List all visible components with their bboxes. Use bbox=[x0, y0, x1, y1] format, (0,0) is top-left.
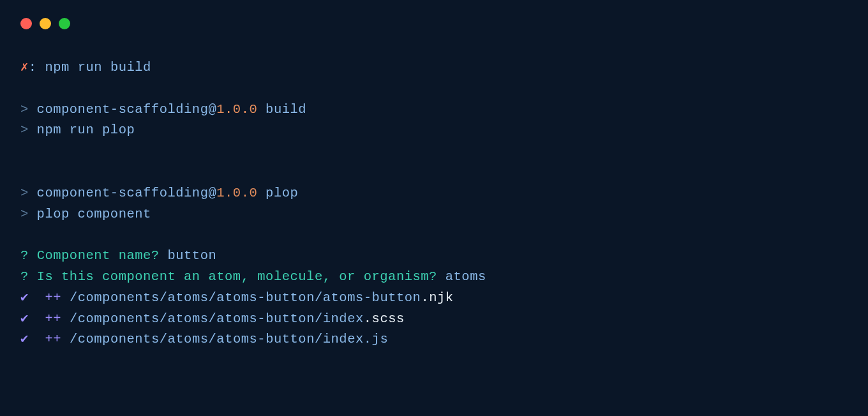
file-name: index bbox=[323, 332, 364, 346]
sep: / bbox=[209, 311, 217, 326]
plus: ++ bbox=[45, 290, 61, 305]
prompt-answer: button bbox=[167, 248, 216, 263]
plus: ++ bbox=[45, 332, 61, 346]
prompt-symbol: ✗ bbox=[20, 60, 29, 75]
path-pre: /components/ bbox=[70, 290, 168, 305]
prompt-answer: atoms bbox=[445, 269, 486, 284]
file-ext: njk bbox=[429, 290, 453, 305]
pkg-name: component-scaffolding bbox=[37, 186, 209, 200]
path-pre: /components/ bbox=[70, 332, 168, 346]
window-controls bbox=[20, 18, 848, 29]
cmd: npm run plop bbox=[37, 123, 135, 137]
file-name: atoms-button bbox=[323, 290, 421, 305]
prompt-mark: ? bbox=[20, 269, 29, 284]
at: @ bbox=[208, 186, 216, 200]
at: @ bbox=[208, 102, 216, 117]
sep: / bbox=[315, 332, 323, 346]
prompt-mark: ? bbox=[20, 248, 29, 263]
gt: > bbox=[20, 123, 37, 137]
check-icon: ✔ bbox=[20, 290, 29, 305]
cmd: plop component bbox=[37, 207, 151, 221]
plus: ++ bbox=[45, 311, 61, 326]
sep: / bbox=[209, 332, 217, 346]
version: 1.0.0 bbox=[216, 102, 257, 117]
file-ext: js bbox=[372, 332, 389, 346]
path-type: atoms bbox=[168, 332, 209, 346]
path-type: atoms bbox=[168, 290, 209, 305]
file-name: index bbox=[323, 311, 364, 326]
gt: > bbox=[20, 102, 37, 117]
version: 1.0.0 bbox=[216, 186, 257, 200]
script-name: plop bbox=[257, 186, 298, 200]
minimize-icon[interactable] bbox=[40, 18, 51, 29]
gt: > bbox=[20, 186, 37, 200]
check-icon: ✔ bbox=[20, 311, 29, 326]
path-pre: /components/ bbox=[70, 311, 168, 326]
dot: . bbox=[364, 311, 372, 326]
path-type: atoms bbox=[168, 311, 209, 326]
path-dir: atoms-button bbox=[216, 311, 315, 326]
prompt-question: Is this component an atom, molecule, or … bbox=[37, 269, 437, 284]
close-icon[interactable] bbox=[20, 18, 32, 29]
dot: . bbox=[421, 290, 429, 305]
prompt-question: Component name? bbox=[37, 248, 160, 263]
terminal-output: ✗: npm run build > component-scaffolding… bbox=[20, 57, 848, 350]
check-icon: ✔ bbox=[20, 332, 29, 346]
prompt-command: npm run build bbox=[45, 60, 151, 75]
dot: . bbox=[364, 332, 372, 346]
sep: / bbox=[315, 290, 323, 305]
prompt-sep: : bbox=[29, 60, 37, 75]
gt: > bbox=[20, 207, 37, 221]
sep: / bbox=[315, 311, 323, 326]
file-ext: scss bbox=[372, 311, 405, 326]
path-dir: atoms-button bbox=[216, 290, 315, 305]
sep: / bbox=[209, 290, 217, 305]
path-dir: atoms-button bbox=[216, 332, 315, 346]
pkg-name: component-scaffolding bbox=[37, 102, 209, 117]
zoom-icon[interactable] bbox=[59, 18, 70, 29]
script-name: build bbox=[257, 102, 306, 117]
